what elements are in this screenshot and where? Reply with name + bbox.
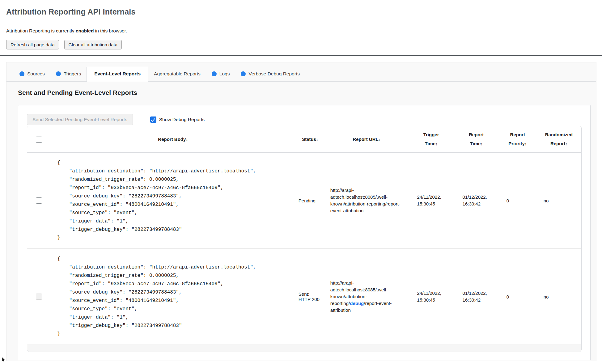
tab-event-level-reports[interactable]: Event-Level Reports xyxy=(87,67,148,82)
status-text-prefix: Attribution Reporting is currently xyxy=(6,28,76,33)
show-debug-reports-toggle[interactable]: Show Debug Reports xyxy=(150,116,205,123)
sort-icon: ↕ xyxy=(186,137,188,142)
row-checkbox[interactable] xyxy=(36,197,42,204)
sort-icon: ↕ xyxy=(481,142,483,146)
select-all-header-cell xyxy=(27,126,50,153)
new-data-dot-icon xyxy=(19,71,24,76)
tab-aggregatable-reports[interactable]: Aggregatable Reports xyxy=(148,67,206,81)
tab-triggers[interactable]: Triggers xyxy=(50,67,87,81)
report-body-json: { "attribution_destination": "http://ara… xyxy=(53,159,292,242)
report-body-cell: { "attribution_destination": "http://ara… xyxy=(50,249,295,345)
tab-label: Verbose Debug Reports xyxy=(248,71,299,77)
randomized-report-cell: no xyxy=(536,153,581,249)
tab-label: Event-Level Reports xyxy=(94,71,141,77)
new-data-dot-icon xyxy=(212,71,217,76)
row-select-cell xyxy=(27,249,50,345)
sort-icon: ↕ xyxy=(379,137,381,142)
page-title: Attribution Reporting API Internals xyxy=(6,7,596,16)
clear-all-attribution-data-button[interactable]: Clear all attribution data xyxy=(64,40,122,49)
header-buttons: Refresh all page data Clear all attribut… xyxy=(6,40,596,49)
column-header-report-url[interactable]: Report URL↕ xyxy=(325,126,409,153)
column-header-report-body[interactable]: Report Body↕ xyxy=(50,126,295,153)
sort-icon: ↕ xyxy=(435,142,438,146)
reports-table-container: Report Body↕ Status↕ Report URL↕ Trigger… xyxy=(27,126,582,352)
table-header-row: Report Body↕ Status↕ Report URL↕ Trigger… xyxy=(27,126,581,153)
tab-label: Logs xyxy=(219,71,230,77)
report-row-sent: { "attribution_destination": "http://ara… xyxy=(27,249,581,345)
report-row-pending: { "attribution_destination": "http://ara… xyxy=(27,153,581,249)
status-text-suffix: in this browser. xyxy=(94,28,127,33)
header-divider xyxy=(0,55,602,56)
tab-verbose-debug-reports[interactable]: Verbose Debug Reports xyxy=(235,67,305,81)
tab-label: Aggregatable Reports xyxy=(154,71,201,77)
tab-sources[interactable]: Sources xyxy=(14,67,50,81)
status-cell: Pending xyxy=(295,153,325,249)
column-header-report-priority[interactable]: Report Priority↕ xyxy=(499,126,536,153)
report-priority-cell: 0 xyxy=(499,153,536,249)
tab-label: Triggers xyxy=(64,71,81,77)
report-url-cell: http://arapi-adtech.localhost:8085/.well… xyxy=(325,249,409,345)
refresh-all-page-data-button[interactable]: Refresh all page data xyxy=(6,40,59,49)
tab-logs[interactable]: Logs xyxy=(206,67,235,81)
row-checkbox-disabled xyxy=(36,294,42,300)
tab-label: Sources xyxy=(27,71,45,77)
report-url-cell: http://arapi-adtech.localhost:8085/.well… xyxy=(325,153,409,249)
trigger-time-cell: 24/11/2022, 15:30:45 xyxy=(409,249,454,345)
status-cell: Sent: HTTP 200 xyxy=(295,249,325,345)
select-all-checkbox[interactable] xyxy=(36,137,42,143)
sort-icon: ↕ xyxy=(316,137,318,142)
row-select-cell xyxy=(27,153,50,249)
event-level-reports-panel: Send Selected Pending Event-Level Report… xyxy=(18,105,591,360)
show-debug-reports-label: Show Debug Reports xyxy=(159,117,205,122)
mouse-cursor-icon xyxy=(2,357,5,362)
reports-toolbar: Send Selected Pending Event-Level Report… xyxy=(27,114,582,125)
new-data-dot-icon xyxy=(56,71,61,76)
table-footer-strip xyxy=(27,345,581,352)
report-body-json: { "attribution_destination": "http://ara… xyxy=(53,255,292,338)
column-header-randomized-report[interactable]: Randomized Report↕ xyxy=(536,126,581,153)
sort-icon: ↕ xyxy=(565,142,567,146)
page-header: Attribution Reporting API Internals Attr… xyxy=(0,0,602,49)
new-data-dot-icon xyxy=(241,71,246,76)
trigger-time-cell: 24/11/2022, 15:30:45 xyxy=(409,153,454,249)
table-footer-row xyxy=(27,345,581,352)
sort-icon: ↕ xyxy=(525,142,527,146)
section-heading: Sent and Pending Event-Level Reports xyxy=(18,89,596,96)
column-header-report-time[interactable]: Report Time↕ xyxy=(454,126,499,153)
report-priority-cell: 0 xyxy=(499,249,536,345)
column-header-trigger-time[interactable]: Trigger Time↕ xyxy=(409,126,454,153)
status-enabled-flag: enabled xyxy=(76,28,94,33)
report-time-cell: 01/12/2022, 16:30:42 xyxy=(454,249,499,345)
send-selected-reports-button: Send Selected Pending Event-Level Report… xyxy=(27,114,133,125)
debug-url-segment: debug xyxy=(350,301,364,306)
randomized-report-cell: no xyxy=(536,249,581,345)
checked-checkbox-icon[interactable] xyxy=(150,116,156,123)
column-header-status[interactable]: Status↕ xyxy=(295,126,325,153)
report-body-cell: { "attribution_destination": "http://ara… xyxy=(50,153,295,249)
content-card: Sources Triggers Event-Level Reports Agg… xyxy=(6,62,596,361)
reports-table: Report Body↕ Status↕ Report URL↕ Trigger… xyxy=(27,126,581,352)
status-text: Attribution Reporting is currently enabl… xyxy=(6,28,596,34)
tab-strip: Sources Triggers Event-Level Reports Agg… xyxy=(6,62,596,82)
report-time-cell: 01/12/2022, 16:30:42 xyxy=(454,153,499,249)
